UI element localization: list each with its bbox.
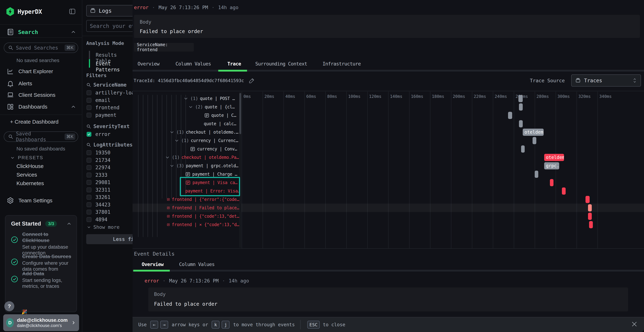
- tab-surrounding-context[interactable]: Surrounding Context: [255, 61, 307, 66]
- get-started-item[interactable]: Create Data SourcesConfigure where your …: [11, 254, 73, 272]
- sidebar-item-client-sessions[interactable]: Client Sessions: [6, 91, 76, 99]
- ed-tab-overview[interactable]: Overview: [142, 262, 164, 267]
- span-row[interactable]: quote | calc…: [204, 120, 239, 128]
- chevron-down-icon[interactable]: [183, 96, 188, 101]
- checkbox[interactable]: [86, 90, 92, 95]
- span-bar[interactable]: [508, 112, 512, 119]
- span-bar[interactable]: [588, 204, 592, 212]
- filter-option-22974[interactable]: 22974: [86, 164, 110, 170]
- span-row[interactable]: (1)checkout | oteldemo.…: [169, 128, 239, 136]
- checkbox[interactable]: [86, 98, 92, 103]
- span-bar[interactable]: grpc.o: [544, 162, 560, 170]
- tab-infrastructure[interactable]: Infrastructure: [322, 61, 361, 66]
- span-bar[interactable]: [521, 146, 525, 152]
- preset-services[interactable]: Services: [16, 172, 37, 178]
- span-row[interactable]: frontend | ⨯ {"code":13,"d…: [167, 220, 239, 229]
- filter-option-4894[interactable]: 4894: [86, 216, 107, 222]
- filter-option-2333[interactable]: 2333: [86, 172, 107, 178]
- get-started-item[interactable]: Connect to ClickHouseSet up your databas…: [11, 231, 73, 256]
- get-started-header[interactable]: Get Started 3/3: [11, 220, 72, 227]
- logo[interactable]: HyperDX: [6, 7, 42, 16]
- source-select[interactable]: Logs: [86, 5, 132, 16]
- span-bar[interactable]: [588, 213, 592, 220]
- chevron-down-icon[interactable]: [169, 163, 174, 168]
- sidebar-item-dashboards[interactable]: Dashboards: [6, 103, 76, 110]
- tab-overview[interactable]: Overview: [138, 61, 160, 66]
- span-bar[interactable]: [550, 179, 554, 186]
- span-row[interactable]: frontend | {"error":{"code…: [167, 195, 239, 204]
- sidebar-section-search[interactable]: Search: [6, 28, 76, 36]
- chevron-down-icon[interactable]: [165, 155, 170, 160]
- edit-pencil-icon[interactable]: [249, 77, 255, 84]
- span-row[interactable]: frontend | Failed to place…: [167, 204, 239, 212]
- filter-option-32311[interactable]: 32311: [86, 187, 110, 193]
- span-row[interactable]: (2)quote | {cl…: [188, 103, 239, 111]
- service-name-chip[interactable]: ServiceName: frontend: [134, 43, 194, 52]
- sidebar-item-alerts[interactable]: Alerts: [6, 80, 76, 87]
- span-row[interactable]: (1)currency | Currenc…: [174, 136, 239, 145]
- span-bar[interactable]: [532, 137, 536, 144]
- checkbox[interactable]: [86, 210, 92, 214]
- sidebar-item-chart-explorer[interactable]: Chart Explorer: [6, 68, 76, 75]
- filter-option-payment[interactable]: payment: [86, 112, 116, 118]
- show-more-button[interactable]: Show more: [86, 224, 120, 230]
- checkbox[interactable]: [86, 113, 92, 118]
- event-search-input[interactable]: Search your ev: [86, 20, 132, 32]
- span-row[interactable]: frontend | {"code":13,"det…: [167, 212, 239, 220]
- sidebar-item-team-settings[interactable]: Team Settings: [6, 197, 52, 204]
- span-bar[interactable]: [519, 104, 522, 110]
- filter-option-21734[interactable]: 21734: [86, 157, 110, 163]
- chevron-down-icon[interactable]: [188, 104, 194, 110]
- span-bar[interactable]: [589, 221, 593, 228]
- chevron-down-icon[interactable]: [169, 130, 174, 135]
- span-row[interactable]: quote | C…: [204, 111, 239, 120]
- tab-column-values[interactable]: Column Values: [176, 61, 211, 66]
- filter-option-email[interactable]: email: [86, 97, 110, 103]
- span-bar[interactable]: [519, 120, 522, 127]
- filter-option-33261[interactable]: 33261: [86, 194, 110, 200]
- checkbox[interactable]: [86, 217, 92, 222]
- saved-dashboards-input[interactable]: Saved Dashboards ⌘K: [4, 132, 78, 142]
- span-bar[interactable]: [535, 171, 538, 178]
- chevron-down-icon[interactable]: [174, 138, 180, 143]
- help-button[interactable]: ?: [4, 301, 14, 311]
- close-icon[interactable]: [631, 320, 638, 328]
- span-bar[interactable]: [586, 196, 590, 203]
- filter-option-frontend[interactable]: frontend: [86, 105, 120, 110]
- span-row[interactable]: (1)checkout | oteldemo.Pa…: [165, 153, 239, 162]
- filter-option-34423[interactable]: 34423: [86, 202, 110, 208]
- checkbox[interactable]: [86, 195, 92, 200]
- filter-option-19350[interactable]: 19350: [86, 150, 110, 156]
- waterfall-scrollbar-thumb[interactable]: [239, 93, 241, 134]
- get-started-item[interactable]: Add DataStart sending logs, metrics, or …: [11, 271, 73, 289]
- mode-event-patterns[interactable]: Event Patterns: [96, 61, 132, 72]
- span-bar[interactable]: [518, 95, 522, 102]
- span-row[interactable]: (3)payment | grpc.oteld…: [169, 162, 239, 170]
- ed-tab-column-values[interactable]: Column Values: [179, 262, 214, 267]
- filter-option-artillery-loa[interactable]: artillery-loa: [86, 90, 132, 96]
- less-filters-button[interactable]: Less filters: [86, 234, 132, 244]
- saved-searches-input[interactable]: Saved Searches ⌘K: [4, 42, 78, 53]
- checkbox-checked[interactable]: [86, 132, 92, 137]
- preset-clickhouse[interactable]: ClickHouse: [16, 163, 44, 169]
- user-menu[interactable]: D dale@clickhouse.com dale@clickhouse.co…: [3, 314, 79, 331]
- presets-toggle[interactable]: PRESETS: [10, 155, 43, 160]
- span-bar[interactable]: oteldem: [523, 128, 544, 136]
- span-row[interactable]: (1)quote | POST …: [183, 94, 239, 103]
- checkbox[interactable]: [86, 105, 92, 110]
- create-dashboard-button[interactable]: + Create Dashboard: [10, 119, 58, 125]
- filter-option-37801[interactable]: 37801: [86, 209, 110, 215]
- checkbox[interactable]: [86, 158, 92, 162]
- span-bar[interactable]: oteldem: [544, 154, 564, 161]
- checkbox[interactable]: [86, 202, 92, 207]
- tab-trace[interactable]: Trace: [227, 61, 241, 66]
- span-row[interactable]: currency | Conv…: [190, 145, 239, 153]
- trace-source-select[interactable]: Traces: [571, 74, 641, 86]
- sidebar-collapse-icon[interactable]: [69, 8, 76, 15]
- checkbox[interactable]: [86, 150, 92, 155]
- filter-option-error[interactable]: error: [86, 131, 110, 137]
- checkbox[interactable]: [86, 165, 92, 170]
- span-bar[interactable]: [562, 188, 566, 194]
- filter-option-29081[interactable]: 29081: [86, 180, 110, 185]
- checkbox[interactable]: [86, 180, 92, 185]
